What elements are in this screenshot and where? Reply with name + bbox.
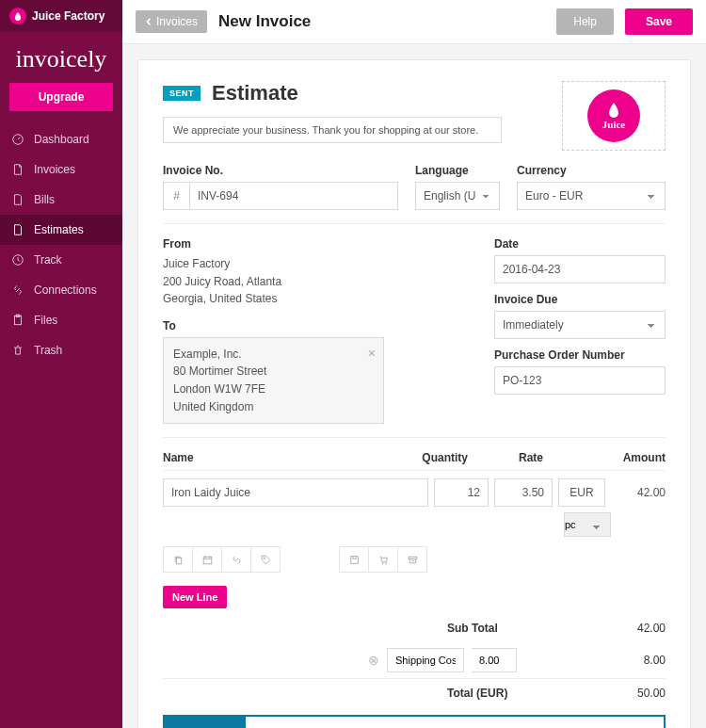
invoice-no-input[interactable] — [189, 182, 398, 210]
invoice-no-label: Invoice No. — [163, 164, 398, 177]
trash-icon — [11, 344, 24, 357]
help-button[interactable]: Help — [556, 8, 614, 35]
invoice-card: SENT Estimate Juice Invoice No. — [137, 59, 691, 728]
remove-shipping-icon[interactable]: ⊗ — [368, 653, 379, 668]
document-icon — [11, 223, 24, 236]
total-due-label: Total Due — [165, 717, 246, 728]
juice-logo-icon: Juice — [587, 89, 640, 142]
col-name: Name — [163, 451, 402, 464]
chevron-left-icon — [145, 18, 152, 25]
clipboard-icon — [11, 314, 24, 327]
subtotal-value: 42.00 — [600, 622, 666, 635]
line-item-row — [163, 478, 666, 507]
total-label: Total (EUR) — [447, 687, 588, 700]
from-label: From — [163, 237, 466, 251]
archive-icon[interactable] — [397, 546, 427, 573]
from-line: Georgia, United States — [163, 290, 466, 308]
svg-point-9 — [381, 562, 382, 563]
line-currency — [558, 478, 605, 507]
document-icon — [11, 193, 24, 206]
invoice-due-select[interactable]: Immediately — [494, 311, 666, 339]
total-value: 50.00 — [600, 687, 666, 700]
save-button[interactable]: Save — [625, 8, 693, 35]
brand-row: Juice Factory — [0, 0, 122, 32]
clock-icon — [11, 253, 24, 267]
nav-label: Bills — [34, 193, 55, 206]
nav-trash[interactable]: Trash — [0, 335, 122, 365]
po-label: Purchase Order Number — [494, 348, 666, 362]
svg-rect-8 — [350, 556, 358, 563]
nav-label: Files — [34, 314, 57, 327]
logo-upload[interactable]: Juice — [562, 81, 666, 151]
nav: Dashboard Invoices Bills Estimates Track… — [0, 124, 122, 365]
page-title: New Invoice — [218, 12, 311, 31]
status-badge: SENT — [163, 86, 201, 101]
totals: Sub Total 42.00 ⊗ 8.00 Total (EUR) 50.00 — [163, 614, 666, 728]
currency-label: Currency — [517, 164, 666, 177]
line-rate-input[interactable] — [494, 478, 553, 507]
to-line: Example, Inc. — [173, 346, 374, 364]
nav-label: Invoices — [34, 163, 75, 176]
from-line: Juice Factory — [163, 255, 466, 273]
col-rate: Rate — [468, 451, 543, 464]
total-due-row: Total Due EUR 50.00 — [163, 715, 666, 728]
subtotal-label: Sub Total — [447, 622, 588, 635]
nav-connections[interactable]: Connections — [0, 275, 122, 305]
to-line: United Kingdom — [173, 398, 374, 416]
brand-icon — [9, 8, 26, 24]
nav-files[interactable]: Files — [0, 305, 122, 335]
po-input[interactable] — [494, 366, 666, 395]
language-select[interactable]: English (US) — [415, 182, 500, 210]
sidebar: Juice Factory invoicely Upgrade Dashboar… — [0, 0, 122, 728]
line-name-input[interactable] — [163, 478, 428, 507]
copy-icon[interactable] — [163, 546, 193, 573]
link-icon — [11, 283, 24, 297]
line-qty-input[interactable] — [434, 478, 489, 507]
main: Invoices New Invoice Help Save SENT Esti… — [122, 0, 706, 728]
from-address: Juice Factory 200 Juicy Road, Atlanta Ge… — [163, 255, 466, 308]
document-title: Estimate — [212, 81, 298, 105]
tag-icon[interactable] — [250, 546, 281, 573]
company-name: Juice Factory — [32, 9, 104, 23]
upgrade-button[interactable]: Upgrade — [9, 83, 113, 111]
nav-track[interactable]: Track — [0, 245, 122, 275]
to-label: To — [163, 319, 466, 332]
topbar: Invoices New Invoice Help Save — [122, 0, 706, 44]
nav-invoices[interactable]: Invoices — [0, 154, 122, 185]
nav-label: Connections — [34, 283, 97, 297]
line-items-header: Name Quantity Rate Amount — [163, 451, 666, 471]
save-item-icon[interactable] — [339, 546, 369, 573]
nav-label: Estimates — [34, 223, 84, 236]
shipping-label-input[interactable] — [387, 648, 464, 672]
col-qty: Quantity — [402, 451, 468, 464]
line-unit-select[interactable]: pc — [564, 512, 611, 537]
to-line: London W1W 7FE — [173, 380, 374, 398]
nav-label: Trash — [34, 344, 62, 357]
to-address-box[interactable]: × Example, Inc. 80 Mortimer Street Londo… — [163, 337, 384, 424]
nav-dashboard[interactable]: Dashboard — [0, 124, 122, 154]
language-label: Language — [415, 164, 500, 177]
date-input[interactable] — [494, 255, 666, 283]
col-amount: Amount — [543, 451, 666, 464]
document-icon — [11, 163, 24, 176]
new-line-button[interactable]: New Line — [163, 586, 227, 608]
nav-label: Track — [34, 253, 62, 267]
nav-estimates[interactable]: Estimates — [0, 215, 122, 245]
svg-text:Juice: Juice — [602, 119, 626, 130]
currency-select[interactable]: Euro - EUR — [517, 182, 666, 210]
gauge-icon — [11, 133, 24, 146]
hash-prefix: # — [163, 182, 189, 210]
back-label: Invoices — [156, 15, 198, 28]
to-line: 80 Mortimer Street — [173, 363, 374, 380]
svg-rect-6 — [203, 557, 212, 564]
date-label: Date — [494, 237, 666, 251]
thank-you-note-input[interactable] — [163, 117, 502, 143]
svg-point-7 — [264, 558, 265, 559]
cart-icon[interactable] — [368, 546, 398, 573]
nav-bills[interactable]: Bills — [0, 185, 122, 215]
remove-recipient-icon[interactable]: × — [368, 344, 376, 364]
shipping-cost-input[interactable] — [472, 648, 517, 672]
link-icon[interactable] — [221, 546, 251, 573]
back-button[interactable]: Invoices — [136, 10, 207, 33]
calendar-icon[interactable] — [192, 546, 222, 573]
